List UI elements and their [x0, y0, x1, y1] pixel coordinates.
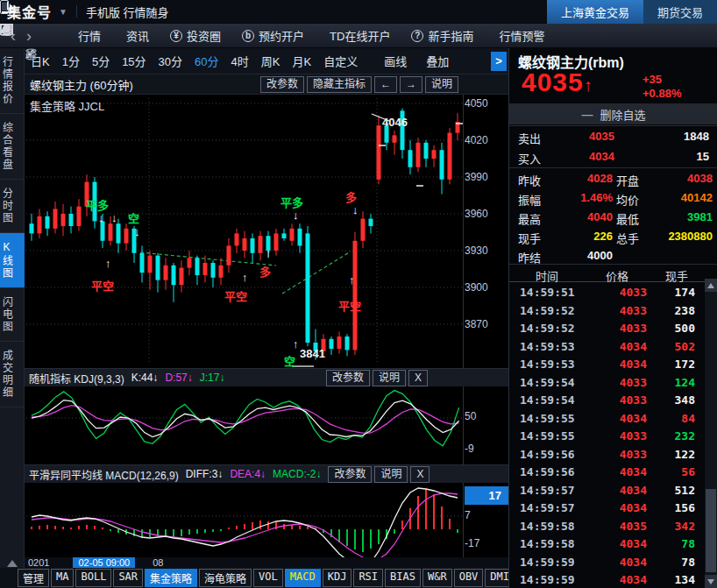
app-logo[interactable]: 集金号 ▼ — [0, 1, 67, 22]
indicator-value: MACD:-2↓ — [273, 468, 321, 480]
period-tab-周K[interactable]: 周K — [255, 53, 287, 69]
forward-icon: › — [26, 28, 32, 44]
double-chevron-down-icon[interactable] — [25, 48, 37, 60]
scrollbar-up-button[interactable] — [705, 279, 717, 292]
next-page-button[interactable]: > — [491, 52, 507, 71]
indicator-tab-KDJ[interactable]: KDJ — [323, 569, 352, 587]
chart-button-改参数[interactable]: 改参数 — [260, 76, 304, 93]
scroll-up-icon[interactable] — [7, 560, 18, 567]
toolbar-item-新手指南[interactable]: ?新手指南 — [401, 24, 484, 48]
tick-volume: 78 — [681, 537, 695, 550]
sidebar-item-分时图[interactable]: 分时图 — [0, 180, 25, 233]
market-tab[interactable]: 期货交易 — [643, 0, 717, 24]
indicator-tab-管理[interactable]: 管理 — [18, 569, 49, 587]
tool-画线[interactable]: 画线 — [373, 53, 415, 69]
sidebar-item-行情报价[interactable]: 行情报价 — [0, 48, 25, 114]
chart-button-说明[interactable]: 说明 — [425, 76, 458, 93]
tick-scrollbar[interactable] — [705, 279, 717, 588]
macd-button-改参数[interactable]: 改参数 — [328, 466, 372, 483]
indicator-tab-VOL[interactable]: VOL — [253, 569, 283, 587]
period-tab-月K[interactable]: 月K — [286, 53, 317, 69]
indicator-tab-BIAS[interactable]: BIAS — [385, 569, 421, 587]
kdj-button-X[interactable]: X — [408, 370, 428, 386]
forward-button[interactable]: › — [26, 24, 42, 48]
toolbar-item-资讯[interactable]: 资讯 — [111, 24, 160, 48]
sidebar-item-K线图[interactable]: K线图 — [0, 233, 25, 288]
toolbar-item-行情预警[interactable]: 行情预警 — [484, 24, 555, 48]
tick-time: 14:59:57 — [520, 484, 575, 497]
sidebar-item-成交明细[interactable]: 成交明细 — [0, 342, 25, 407]
indicator-tab-海龟策略[interactable]: 海龟策略 — [199, 569, 252, 587]
chart-title: 螺纹钢主力 (60分钟) — [25, 76, 133, 93]
tick-volume: 84 — [681, 412, 695, 425]
period-tab-30分[interactable]: 30分 — [153, 53, 188, 69]
up-signal-arrow-icon: ↑ — [266, 247, 272, 259]
macd-button-说明[interactable]: 说明 — [374, 466, 408, 483]
signal-label-平多: 平多 — [280, 194, 303, 210]
stat-label: 最低 — [616, 210, 639, 227]
tick-volume: 56 — [681, 465, 695, 478]
sidebar-item-闪电图[interactable]: 闪电图 — [0, 288, 25, 342]
scrollbar-down-button[interactable] — [705, 575, 717, 588]
macd-indicator-panel[interactable]: 平滑异同平均线 MACD(12,26,9) DIFF:3↓DEA:4↓MACD:… — [25, 464, 508, 557]
period-tab-5分[interactable]: 5分 — [86, 53, 116, 69]
indicator-tab-OBV[interactable]: OBV — [454, 569, 484, 587]
macd-values: DIFF:3↓DEA:4↓MACD:-2↓ — [186, 468, 322, 480]
indicator-tab-集金策略[interactable]: 集金策略 — [145, 569, 197, 587]
y-axis-label: 7 — [465, 509, 507, 521]
period-tab-1分[interactable]: 1分 — [56, 53, 86, 69]
indicator-tab-SAR[interactable]: SAR — [113, 569, 143, 587]
tick-row: 14:59:544033348 — [509, 391, 706, 409]
period-tab-4时[interactable]: 4时 — [225, 53, 255, 69]
tick-time: 14:59:53 — [520, 340, 575, 353]
tick-table[interactable]: 14:59:51403317414:59:52403323814:59:5240… — [509, 283, 706, 588]
tick-time: 14:59:52 — [520, 304, 575, 317]
chart-button-←[interactable]: ← — [374, 76, 397, 93]
reserve-account-icon: b — [242, 30, 254, 42]
scrollbar-up-icon — [707, 283, 714, 288]
period-tab-60分[interactable]: 60分 — [188, 53, 224, 69]
indicator-tab-W&R[interactable]: W&R — [422, 569, 452, 587]
toolbar-item-预约开户[interactable]: b预约开户 — [231, 24, 315, 48]
kdj-button-说明[interactable]: 说明 — [373, 370, 406, 386]
tick-time: 14:59:58 — [520, 520, 575, 533]
toolbar-item-投资圈[interactable]: ¥投资圈 — [160, 24, 231, 48]
chevron-down-icon[interactable]: ▼ — [59, 7, 67, 17]
chart-button-→[interactable]: → — [400, 76, 422, 93]
sidebar-item-综合看盘[interactable]: 综合看盘 — [0, 114, 25, 180]
candlestick-chart[interactable]: 集金策略 JJCL 平多空平空平空多平多多平空空38414046↓↓↓↓↓↑↑↑… — [25, 95, 508, 368]
scrollbar-thumb[interactable] — [706, 489, 716, 572]
period-tab-15分[interactable]: 15分 — [116, 53, 152, 69]
mobile-promo[interactable]: 手机版 行情随身 — [86, 4, 169, 20]
indicator-tab-MACD[interactable]: MACD — [285, 569, 321, 587]
remove-watchlist-button[interactable]: — 删除自选 — [509, 103, 717, 124]
tick-row: 14:59:59403478 — [509, 553, 706, 571]
kdj-indicator-panel[interactable]: 随机指标 KDJ(9,3,3) K:44↓D:57↓J:17↓ 改参数说明X — [25, 368, 508, 464]
tick-time: 14:59:54 — [520, 376, 575, 389]
stat-label: 总手 — [616, 230, 639, 246]
indicator-tab-RSI[interactable]: RSI — [353, 569, 383, 587]
period-tab-自定义[interactable]: 自定义 — [317, 53, 364, 69]
left-sidebar: 行情报价综合看盘分时图K线图闪电图成交明细 — [0, 48, 25, 588]
tick-row: 14:59:584035342 — [509, 517, 706, 535]
refresh-button[interactable] — [42, 24, 63, 48]
stat-value: 4040 — [587, 210, 613, 223]
mobile-promo-label: 手机版 行情随身 — [86, 4, 169, 20]
toolbar-item-行情[interactable]: 行情 — [63, 24, 111, 48]
indicator-tab-MA[interactable]: MA — [51, 569, 74, 587]
kdj-values: K:44↓D:57↓J:17↓ — [131, 372, 225, 384]
toolbar-item-label: 投资圈 — [187, 27, 221, 44]
trading-terminal-window: 集金号 ▼ 手机版 行情随身 上海黄金交易期货交易 ‹ › 行情资讯¥投资圈b预… — [0, 0, 717, 588]
tick-volume: 156 — [675, 501, 695, 514]
toolbar-item-TD在线开户[interactable]: TD在线开户 — [315, 24, 401, 48]
collapse-panel-button[interactable] — [701, 24, 717, 48]
divider — [76, 5, 77, 18]
market-tab[interactable]: 上海黄金交易 — [547, 0, 643, 24]
macd-button-X[interactable]: X — [410, 466, 429, 483]
chart-button-隐藏主指标[interactable]: 隐藏主指标 — [307, 76, 372, 93]
indicator-tab-BOLL[interactable]: BOLL — [75, 569, 111, 587]
tool-叠加[interactable]: 叠加 — [415, 53, 457, 69]
stat-value: 40142 — [681, 191, 713, 204]
kdj-button-改参数[interactable]: 改参数 — [326, 370, 370, 386]
plot-border — [463, 95, 464, 568]
